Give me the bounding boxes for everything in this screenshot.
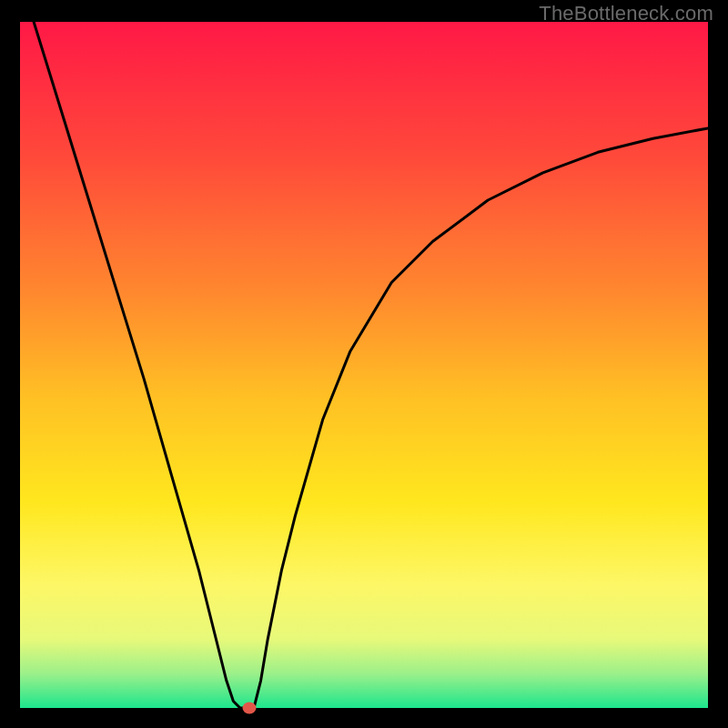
optimum-marker: [242, 703, 256, 714]
gradient-background: [20, 22, 708, 708]
chart-stage: TheBottleneck.com: [0, 0, 728, 728]
plot-frame: [20, 22, 708, 708]
plot-svg: [20, 22, 708, 708]
